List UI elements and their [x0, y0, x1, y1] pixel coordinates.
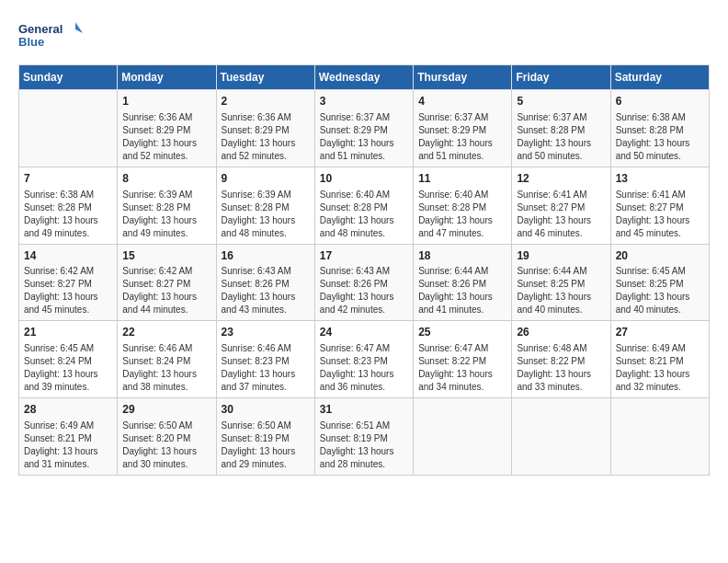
day-info: Sunset: 8:29 PM — [418, 124, 506, 137]
day-info: and 49 minutes. — [122, 227, 210, 240]
calendar-cell: 23Sunrise: 6:46 AMSunset: 8:23 PMDayligh… — [216, 321, 314, 398]
day-info: Sunset: 8:28 PM — [418, 201, 506, 214]
calendar-cell: 16Sunrise: 6:43 AMSunset: 8:26 PMDayligh… — [216, 244, 314, 321]
calendar-header: SundayMondayTuesdayWednesdayThursdayFrid… — [19, 65, 710, 90]
day-info: Sunset: 8:28 PM — [320, 201, 408, 214]
day-info: Sunset: 8:24 PM — [122, 355, 210, 368]
day-info: Sunrise: 6:49 AM — [616, 342, 704, 355]
day-info: Sunset: 8:19 PM — [320, 432, 408, 445]
calendar-cell: 15Sunrise: 6:42 AMSunset: 8:27 PMDayligh… — [118, 244, 216, 321]
day-number: 14 — [24, 248, 112, 264]
day-info: Sunset: 8:28 PM — [24, 201, 112, 214]
day-info: Sunset: 8:25 PM — [616, 278, 704, 291]
day-info: and 49 minutes. — [24, 227, 112, 240]
day-number: 25 — [418, 325, 506, 340]
day-info: Sunrise: 6:51 AM — [320, 419, 408, 432]
day-info: Sunrise: 6:47 AM — [418, 342, 506, 355]
calendar-cell — [610, 398, 709, 476]
day-info: Sunrise: 6:36 AM — [222, 111, 310, 124]
day-info: and 41 minutes. — [418, 304, 506, 316]
calendar-cell: 8Sunrise: 6:39 AMSunset: 8:28 PMDaylight… — [118, 167, 216, 244]
header-cell-monday: Monday — [118, 65, 216, 90]
calendar-cell: 5Sunrise: 6:37 AMSunset: 8:28 PMDaylight… — [512, 90, 610, 167]
day-info: Daylight: 13 hours — [418, 368, 506, 381]
calendar-table: SundayMondayTuesdayWednesdayThursdayFrid… — [18, 64, 710, 476]
day-info: and 38 minutes. — [122, 381, 210, 394]
day-info: Sunrise: 6:41 AM — [517, 189, 605, 201]
day-info: Sunrise: 6:50 AM — [122, 419, 210, 432]
day-info: Sunrise: 6:38 AM — [616, 111, 704, 124]
day-info: Sunrise: 6:46 AM — [222, 342, 310, 355]
header-cell-thursday: Thursday — [414, 65, 512, 90]
day-info: and 51 minutes. — [320, 150, 408, 163]
day-info: Sunset: 8:26 PM — [418, 278, 506, 291]
day-info: and 42 minutes. — [320, 304, 408, 316]
day-info: Sunset: 8:28 PM — [616, 124, 704, 137]
calendar-cell: 29Sunrise: 6:50 AMSunset: 8:20 PMDayligh… — [118, 398, 216, 476]
day-number: 12 — [517, 171, 605, 187]
day-number: 30 — [222, 402, 310, 418]
calendar-cell: 6Sunrise: 6:38 AMSunset: 8:28 PMDaylight… — [610, 90, 709, 167]
day-info: Sunrise: 6:38 AM — [24, 189, 112, 201]
day-number: 29 — [122, 402, 210, 418]
day-info: and 28 minutes. — [320, 458, 408, 471]
calendar-cell: 31Sunrise: 6:51 AMSunset: 8:19 PMDayligh… — [314, 398, 413, 476]
calendar-cell: 14Sunrise: 6:42 AMSunset: 8:27 PMDayligh… — [19, 244, 118, 321]
day-info: Daylight: 13 hours — [517, 137, 605, 150]
day-info: Sunset: 8:20 PM — [122, 432, 210, 445]
day-number: 27 — [616, 325, 704, 340]
day-info: Sunrise: 6:43 AM — [320, 265, 408, 278]
week-row-5: 28Sunrise: 6:49 AMSunset: 8:21 PMDayligh… — [19, 398, 710, 476]
day-info: and 34 minutes. — [418, 381, 506, 394]
day-info: and 33 minutes. — [517, 381, 605, 394]
day-info: Daylight: 13 hours — [616, 291, 704, 304]
day-info: and 40 minutes. — [616, 304, 704, 316]
day-info: Daylight: 13 hours — [122, 137, 210, 150]
day-info: Sunset: 8:19 PM — [222, 432, 310, 445]
day-info: and 46 minutes. — [517, 227, 605, 240]
calendar-cell: 28Sunrise: 6:49 AMSunset: 8:21 PMDayligh… — [19, 398, 118, 476]
logo-svg: General Blue — [18, 18, 83, 55]
day-number: 28 — [24, 402, 112, 418]
day-info: Sunrise: 6:49 AM — [24, 419, 112, 432]
day-info: Sunset: 8:23 PM — [320, 355, 408, 368]
day-info: Daylight: 13 hours — [24, 291, 112, 304]
day-number: 8 — [122, 171, 210, 187]
week-row-2: 7Sunrise: 6:38 AMSunset: 8:28 PMDaylight… — [19, 167, 710, 244]
day-info: and 40 minutes. — [517, 304, 605, 316]
day-info: Daylight: 13 hours — [517, 368, 605, 381]
day-info: Daylight: 13 hours — [222, 214, 310, 227]
day-info: Sunrise: 6:41 AM — [616, 189, 704, 201]
calendar-cell: 21Sunrise: 6:45 AMSunset: 8:24 PMDayligh… — [19, 321, 118, 398]
calendar-cell: 18Sunrise: 6:44 AMSunset: 8:26 PMDayligh… — [414, 244, 512, 321]
day-info: and 47 minutes. — [418, 227, 506, 240]
calendar-cell: 4Sunrise: 6:37 AMSunset: 8:29 PMDaylight… — [414, 90, 512, 167]
calendar-cell: 9Sunrise: 6:39 AMSunset: 8:28 PMDaylight… — [216, 167, 314, 244]
calendar-cell: 11Sunrise: 6:40 AMSunset: 8:28 PMDayligh… — [414, 167, 512, 244]
calendar-cell: 25Sunrise: 6:47 AMSunset: 8:22 PMDayligh… — [414, 321, 512, 398]
day-info: Sunset: 8:27 PM — [616, 201, 704, 214]
svg-text:General: General — [18, 22, 63, 36]
day-number: 13 — [616, 171, 704, 187]
day-info: Sunrise: 6:37 AM — [418, 111, 506, 124]
day-info: and 29 minutes. — [222, 458, 310, 471]
day-info: and 48 minutes. — [320, 227, 408, 240]
header-row: SundayMondayTuesdayWednesdayThursdayFrid… — [19, 65, 710, 90]
day-info: Daylight: 13 hours — [24, 214, 112, 227]
day-info: and 31 minutes. — [24, 458, 112, 471]
page-header: General Blue — [18, 18, 710, 55]
svg-marker-2 — [75, 22, 83, 33]
calendar-cell: 22Sunrise: 6:46 AMSunset: 8:24 PMDayligh… — [118, 321, 216, 398]
day-info: Sunrise: 6:48 AM — [517, 342, 605, 355]
day-info: Sunset: 8:28 PM — [122, 201, 210, 214]
day-info: Daylight: 13 hours — [418, 291, 506, 304]
calendar-cell: 20Sunrise: 6:45 AMSunset: 8:25 PMDayligh… — [610, 244, 709, 321]
day-number: 9 — [222, 171, 310, 187]
day-info: Sunrise: 6:50 AM — [222, 419, 310, 432]
day-info: Daylight: 13 hours — [320, 137, 408, 150]
day-info: Sunrise: 6:45 AM — [24, 342, 112, 355]
day-number: 6 — [616, 94, 704, 109]
svg-text:Blue: Blue — [18, 35, 44, 49]
day-info: Daylight: 13 hours — [517, 214, 605, 227]
day-info: Sunrise: 6:36 AM — [122, 111, 210, 124]
